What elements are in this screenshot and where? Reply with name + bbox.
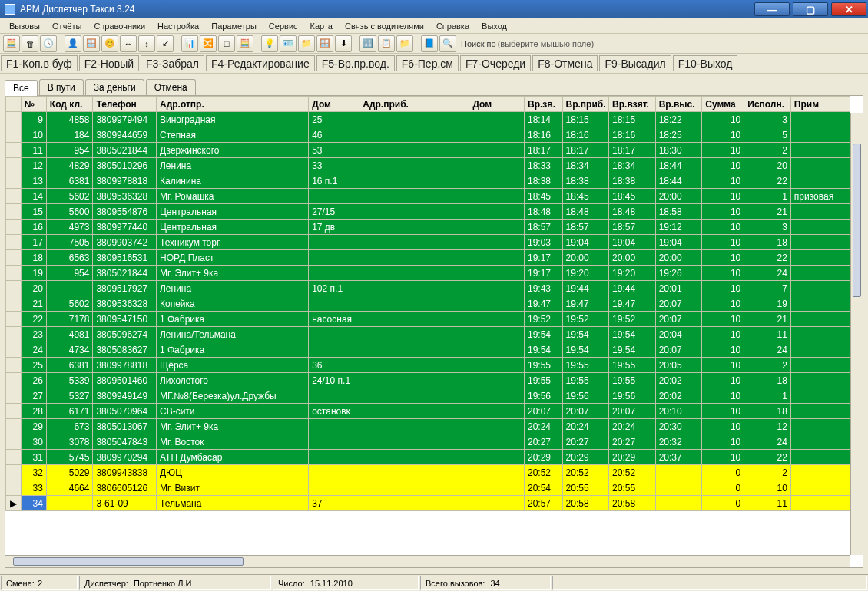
toolbar-button-26[interactable]: 📘	[421, 35, 438, 52]
fkey-5[interactable]: F5-Вр.пр.вод.	[316, 55, 395, 71]
fkey-4[interactable]: F4-Редактирование	[206, 55, 315, 71]
table-row[interactable]: 3030783805047843Мг. Восток20:2720:2720:2…	[6, 434, 850, 450]
fkey-2[interactable]: F2-Новый	[79, 55, 139, 71]
table-row[interactable]: 2861713805070964СВ-ситиостановк20:0720:0…	[6, 404, 850, 419]
col-header-9[interactable]: Вр.приб.	[562, 97, 609, 112]
table-row[interactable]: 2156023809536328Копейка19:4719:4719:4720…	[6, 296, 850, 312]
table-row[interactable]: 203809517927Ленина102 п.119:4319:4419:44…	[6, 281, 850, 296]
toolbar-button-0[interactable]: 🧮	[3, 35, 20, 52]
fkey-6[interactable]: F6-Пер.см	[396, 55, 459, 71]
col-header-1[interactable]: №	[21, 97, 46, 112]
toolbar-button-1[interactable]: 🗑	[22, 35, 38, 52]
toolbar-button-18[interactable]: 📁	[298, 35, 315, 52]
toolbar-button-14[interactable]: 🧮	[237, 35, 253, 52]
col-header-5[interactable]: Дом	[309, 97, 359, 112]
toolbar-button-12[interactable]: 🔀	[200, 35, 217, 52]
table-row[interactable]: 199543805021844Мг. Элит+ 9ка19:1719:2019…	[6, 266, 850, 281]
table-row[interactable]: 1556003809554876Центральная27/1518:4818:…	[6, 204, 850, 220]
table-row[interactable]: 2563813809978818Щёрса3619:5519:5519:5520…	[6, 358, 850, 373]
toolbar-button-8[interactable]: ↕	[138, 35, 155, 52]
toolbar-button-27[interactable]: 🔍	[439, 35, 456, 52]
tab-3[interactable]: Отмена	[146, 79, 196, 95]
fkey-3[interactable]: F3-Забрал	[141, 55, 204, 71]
toolbar-button-13[interactable]: □	[218, 35, 235, 52]
col-header-13[interactable]: Исполн.	[744, 97, 791, 112]
col-header-3[interactable]: Телефон	[93, 97, 157, 112]
table-row[interactable]: 3250293809943838ДЮЦ20:5220:5220:5202	[6, 465, 850, 480]
toolbar-button-2[interactable]: 🕓	[40, 35, 57, 52]
tab-0[interactable]: Все	[5, 80, 38, 96]
toolbar-button-22[interactable]: 🔢	[359, 35, 376, 52]
table-row[interactable]: 1649733809977440Центральная17 дв18:5718:…	[6, 220, 850, 235]
toolbar-button-23[interactable]: 📋	[378, 35, 395, 52]
status-shift: Смена:2	[1, 576, 78, 590]
fkey-8[interactable]: F8-Отмена	[532, 55, 598, 71]
table-row[interactable]: 296733805013067Мг. Элит+ 9ка20:2420:2420…	[6, 419, 850, 434]
toolbar-button-11[interactable]: 📊	[181, 35, 198, 52]
table-row[interactable]: 1865633809516531НОРД Пласт19:1720:0020:0…	[6, 250, 850, 266]
col-header-14[interactable]: Прим	[790, 97, 850, 112]
table-row[interactable]: 1456023809536328Мг. Ромашка18:4518:4518:…	[6, 189, 850, 204]
calls-table[interactable]: №Код кл.ТелефонАдр.отпр.ДомАдр.приб.ДомВ…	[5, 96, 850, 511]
menubar: ВызовыОтчётыСправочникиНастройкаПараметр…	[0, 18, 868, 34]
menu-1[interactable]: Отчёты	[46, 20, 88, 32]
menu-4[interactable]: Параметры	[205, 20, 263, 32]
table-row[interactable]: 948583809979494Виноградная2518:1418:1518…	[6, 112, 850, 127]
menu-9[interactable]: Выход	[475, 20, 513, 32]
fkey-9[interactable]: F9-Высадил	[599, 55, 671, 71]
table-row[interactable]: 1363813809978818Калинина16 п.118:3818:38…	[6, 173, 850, 189]
menu-3[interactable]: Настройка	[151, 20, 205, 32]
toolbar-button-9[interactable]: ↙	[157, 35, 174, 52]
tab-1[interactable]: В пути	[39, 79, 84, 95]
col-header-2[interactable]: Код кл.	[46, 97, 93, 112]
close-button[interactable]: ✕	[831, 2, 866, 16]
table-row[interactable]: 1775053809903742Техникум торг.19:0319:04…	[6, 235, 850, 250]
table-row[interactable]: 2349813805096274Ленина/Тельмана19:5419:5…	[6, 327, 850, 342]
toolbar-button-6[interactable]: 😊	[101, 35, 118, 52]
col-header-4[interactable]: Адр.отпр.	[156, 97, 308, 112]
menu-5[interactable]: Сервис	[263, 20, 304, 32]
vertical-scrollbar[interactable]	[850, 113, 863, 555]
toolbar-button-5[interactable]: 🪟	[83, 35, 100, 52]
toolbar-button-17[interactable]: 🪪	[280, 35, 297, 52]
table-row[interactable]: 1248293805010296Ленина3318:3318:3418:341…	[6, 158, 850, 173]
table-row[interactable]: ▶343-61-09Тельмана3720:5720:5820:58011	[6, 496, 850, 511]
col-header-0[interactable]	[6, 97, 22, 112]
tab-2[interactable]: За деньги	[85, 79, 144, 95]
table-row[interactable]: 22717838095471501 Фабриканасосная19:5219…	[6, 312, 850, 327]
menu-7[interactable]: Связь с водителями	[339, 20, 430, 32]
menu-6[interactable]: Карта	[304, 20, 339, 32]
table-row[interactable]: 3346643806605126Мг. Визит20:5420:5520:55…	[6, 480, 850, 496]
maximize-button[interactable]: ▢	[793, 2, 828, 16]
table-row[interactable]: 101843809944659Степная4618:1618:1618:161…	[6, 127, 850, 143]
menu-2[interactable]: Справочники	[88, 20, 151, 32]
fkey-7[interactable]: F7-Очереди	[460, 55, 531, 71]
table-row[interactable]: 24473438050836271 Фабрика19:5419:5419:54…	[6, 342, 850, 358]
status-dispatcher: Диспетчер: Портненко Л.И	[79, 576, 271, 590]
grid-container: №Код кл.ТелефонАдр.отпр.ДомАдр.приб.ДомВ…	[5, 95, 863, 568]
minimize-button[interactable]: —	[754, 2, 790, 16]
col-header-10[interactable]: Вр.взят.	[609, 97, 656, 112]
table-row[interactable]: 2653393809501460Лихолетого24/10 п.119:55…	[6, 373, 850, 388]
toolbar-button-16[interactable]: 💡	[261, 35, 278, 52]
col-header-6[interactable]: Адр.приб.	[359, 97, 469, 112]
table-row[interactable]: 119543805021844Дзержинского5318:1718:171…	[6, 143, 850, 158]
toolbar-button-7[interactable]: ↔	[120, 35, 137, 52]
statusbar: Смена:2 Диспетчер: Портненко Л.И Число: …	[0, 574, 868, 591]
toolbar-button-4[interactable]: 👤	[65, 35, 81, 52]
toolbar-button-20[interactable]: ⬇	[335, 35, 352, 52]
col-header-7[interactable]: Дом	[469, 97, 525, 112]
col-header-12[interactable]: Сумма	[702, 97, 744, 112]
col-header-8[interactable]: Вр.зв.	[524, 97, 562, 112]
menu-0[interactable]: Вызовы	[3, 20, 46, 32]
toolbar-button-19[interactable]: 🪟	[316, 35, 333, 52]
horizontal-scrollbar[interactable]	[5, 555, 850, 567]
table-row[interactable]: 2753273809949149МГ.№8(Березка)ул.Дружбы1…	[6, 388, 850, 404]
table-row[interactable]: 3157453809970294АТП Думбасар20:2920:2920…	[6, 450, 850, 465]
col-header-11[interactable]: Вр.выс.	[655, 97, 702, 112]
fkey-10[interactable]: F10-Выход	[673, 55, 738, 71]
status-empty	[552, 576, 867, 590]
toolbar-button-24[interactable]: 📁	[396, 35, 413, 52]
menu-8[interactable]: Справка	[430, 20, 475, 32]
fkey-1[interactable]: F1-Коп.в буф	[1, 55, 78, 71]
